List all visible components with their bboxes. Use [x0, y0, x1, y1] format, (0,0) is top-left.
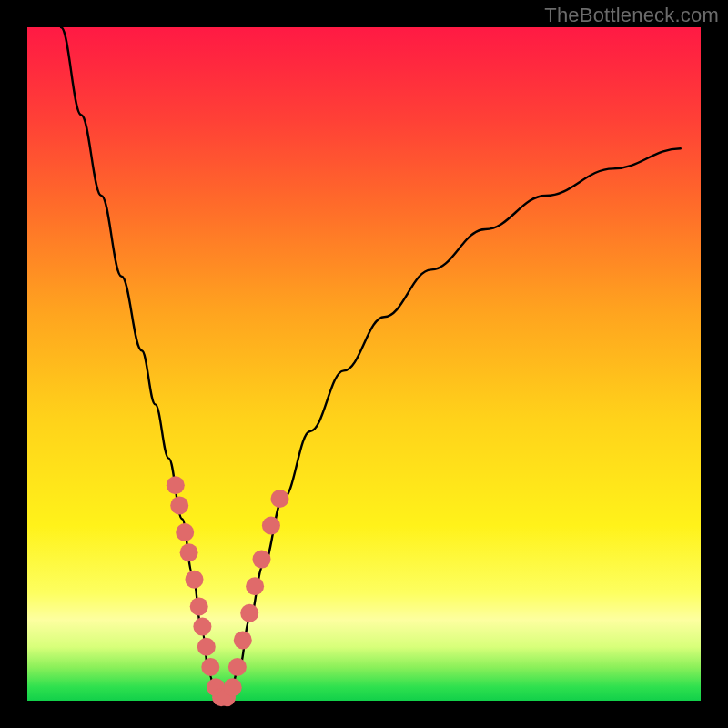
data-point: [167, 476, 185, 494]
data-point: [246, 577, 264, 595]
chart-frame: TheBottleneck.com: [0, 0, 728, 728]
data-point: [180, 543, 198, 561]
data-point: [176, 523, 194, 541]
data-point: [224, 678, 242, 696]
chart-svg: [27, 27, 701, 701]
data-point: [240, 604, 258, 622]
bottleneck-curve: [61, 27, 681, 701]
data-point: [262, 517, 280, 535]
plot-area: [27, 27, 701, 701]
data-point: [201, 658, 219, 676]
data-point: [253, 551, 271, 569]
data-point: [228, 658, 247, 676]
data-markers: [167, 476, 289, 706]
data-point: [197, 638, 216, 656]
data-point: [170, 496, 188, 514]
data-point: [234, 631, 252, 649]
watermark-text: TheBottleneck.com: [544, 4, 719, 27]
data-point: [271, 490, 289, 508]
data-point: [186, 571, 204, 589]
data-point: [190, 597, 208, 615]
data-point: [193, 618, 211, 636]
